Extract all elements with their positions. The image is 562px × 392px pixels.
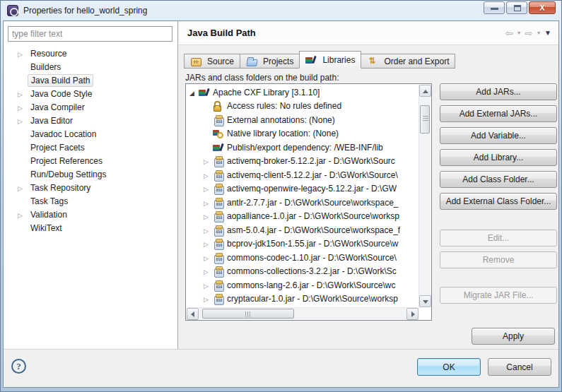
ok-button[interactable]: OK xyxy=(417,358,481,376)
expand-arrow-icon[interactable] xyxy=(204,294,213,304)
tab-label: Libraries xyxy=(322,55,355,65)
filter-input[interactable] xyxy=(8,26,172,42)
scroll-right-button[interactable] xyxy=(406,308,418,320)
expand-arrow-icon[interactable] xyxy=(18,89,28,99)
view-menu-icon[interactable]: ▼ xyxy=(544,29,551,37)
action-button[interactable]: Add External JARs... xyxy=(440,105,557,122)
list-item-icon xyxy=(213,155,224,167)
list-item[interactable]: activemq-client-5.12.2.jar - D:\GWork\So… xyxy=(187,168,418,182)
tab[interactable]: Libraries xyxy=(299,51,361,69)
horizontal-scrollbar[interactable] xyxy=(187,307,418,319)
action-button[interactable]: Add JARs... xyxy=(440,83,557,100)
expand-arrow-icon[interactable] xyxy=(18,210,28,220)
action-button[interactable]: Add Library... xyxy=(440,149,557,166)
expand-arrow-icon[interactable] xyxy=(204,211,213,221)
list-item[interactable]: commons-lang-2.6.jar - D:\GWork\Source\w… xyxy=(187,278,418,292)
sidebar-item-label: Javadoc Location xyxy=(28,129,99,140)
action-button[interactable]: Add Class Folder... xyxy=(440,171,557,188)
list-item[interactable]: aopalliance-1.0.jar - D:\GWork\Source\wo… xyxy=(187,210,418,224)
horizontal-scroll-thumb[interactable] xyxy=(202,309,294,319)
titlebar: Properties for hello_world_spring X xyxy=(3,1,559,20)
back-icon[interactable]: ⇦ xyxy=(505,28,514,39)
sidebar-item[interactable]: Project Facets xyxy=(4,141,177,154)
sidebar-item[interactable]: Java Build Path xyxy=(4,73,177,87)
action-button[interactable]: Add Variable... xyxy=(440,127,557,144)
sidebar-item-label: Java Editor xyxy=(28,115,76,126)
list-item[interactable]: Native library location: (None) xyxy=(187,127,418,141)
list-item-label: commons-lang-2.6.jar - D:\GWork\Source\w… xyxy=(227,280,396,290)
expand-arrow-icon[interactable] xyxy=(204,184,213,194)
expand-arrow-icon[interactable] xyxy=(204,170,213,180)
tab[interactable]: Order and Export xyxy=(361,54,455,69)
back-dropdown-icon[interactable]: ▾ xyxy=(517,30,520,36)
list-item[interactable]: commons-codec-1.10.jar - D:\GWork\Source… xyxy=(187,251,418,265)
list-item-icon xyxy=(199,87,210,98)
vertical-scroll-thumb[interactable] xyxy=(420,105,430,133)
sidebar-item[interactable]: Resource xyxy=(4,47,177,60)
sidebar-item[interactable]: Java Editor xyxy=(4,114,177,127)
forward-dropdown-icon[interactable]: ▾ xyxy=(537,30,540,36)
list-item-label: activemq-openwire-legacy-5.12.2.jar - D:… xyxy=(227,184,397,194)
sidebar-item[interactable]: Validation xyxy=(4,208,177,221)
list-item[interactable]: cryptacular-1.0.jar - D:\GWork\Source\wo… xyxy=(187,292,418,307)
action-button[interactable]: Add External Class Folder... xyxy=(440,193,557,210)
expand-arrow-icon[interactable] xyxy=(18,183,28,193)
list-item[interactable]: bcprov-jdk15on-1.55.jar - D:\GWork\Sourc… xyxy=(187,237,418,251)
cancel-button[interactable]: Cancel xyxy=(488,358,551,376)
sidebar-item[interactable]: WikiText xyxy=(4,221,177,234)
expand-arrow-icon[interactable] xyxy=(204,253,213,263)
sidebar-tree: Resource Builders Java Build Path xyxy=(4,47,177,234)
list-item[interactable]: activemq-broker-5.12.2.jar - D:\GWork\So… xyxy=(187,155,418,169)
list-item[interactable]: External annotations: (None) xyxy=(187,113,418,127)
sidebar-item[interactable]: Javadoc Location xyxy=(4,127,177,141)
expand-arrow-icon[interactable] xyxy=(18,49,28,59)
list-item-icon xyxy=(213,183,224,194)
sidebar-item[interactable]: Java Compiler xyxy=(4,100,177,114)
expand-arrow-icon[interactable] xyxy=(204,266,213,276)
list-item[interactable]: Apache CXF Library [3.1.10] xyxy=(187,85,418,100)
expand-arrow-icon[interactable] xyxy=(204,156,213,166)
list-item[interactable]: Publish/export dependency: /WEB-INF/lib xyxy=(187,141,418,155)
sidebar-item[interactable]: Java Code Style xyxy=(4,87,177,100)
sidebar-item[interactable]: Task Tags xyxy=(4,194,177,208)
expand-arrow-icon[interactable] xyxy=(204,225,213,235)
sidebar-item-label: Run/Debug Settings xyxy=(28,169,109,180)
list-item-icon xyxy=(213,225,224,236)
sidebar-item-label: Java Build Path xyxy=(28,74,93,87)
list-item[interactable]: Access rules: No rules defined xyxy=(187,100,418,114)
sidebar-item[interactable]: Run/Debug Settings xyxy=(4,167,177,181)
window-title: Properties for hello_world_spring xyxy=(23,6,147,16)
action-button[interactable]: Migrate JAR File... xyxy=(440,287,557,304)
list-item[interactable]: activemq-openwire-legacy-5.12.2.jar - D:… xyxy=(187,182,418,196)
expand-arrow-icon[interactable] xyxy=(204,280,213,290)
scroll-left-button[interactable] xyxy=(187,308,199,320)
scroll-up-button[interactable] xyxy=(419,85,431,97)
expand-arrow-icon[interactable] xyxy=(204,198,213,208)
list-item-icon xyxy=(213,128,224,139)
tab[interactable]: Source xyxy=(184,54,240,69)
scroll-down-button[interactable] xyxy=(419,295,431,307)
list-item[interactable]: asm-5.0.4.jar - D:\GWork\Source\workspac… xyxy=(187,223,418,237)
expand-arrow-icon[interactable] xyxy=(189,88,199,97)
list-item[interactable]: commons-collections-3.2.2.jar - D:\GWork… xyxy=(187,265,418,279)
vertical-scrollbar[interactable] xyxy=(418,85,431,307)
sidebar: Resource Builders Java Build Path xyxy=(4,21,178,349)
help-button[interactable]: ? xyxy=(11,359,26,374)
expand-arrow-icon[interactable] xyxy=(204,239,213,249)
action-button[interactable]: Edit... xyxy=(440,230,557,247)
close-button[interactable]: X xyxy=(529,1,556,14)
tab[interactable]: Projects xyxy=(240,54,300,69)
list-item-label: asm-5.0.4.jar - D:\GWork\Source\workspac… xyxy=(227,225,400,235)
sidebar-item[interactable]: Project References xyxy=(4,154,177,167)
expand-arrow-icon[interactable] xyxy=(18,102,28,112)
apply-button[interactable]: Apply xyxy=(472,328,555,345)
minimize-button[interactable] xyxy=(484,1,505,14)
maximize-button[interactable] xyxy=(506,1,527,14)
sidebar-item[interactable]: Builders xyxy=(4,60,177,73)
forward-icon[interactable]: ⇨ xyxy=(525,28,533,39)
action-button[interactable]: Remove xyxy=(440,251,557,268)
sidebar-item-label: Project Facets xyxy=(28,142,88,153)
list-item[interactable]: antlr-2.7.7.jar - D:\GWork\Source\worksp… xyxy=(187,196,418,210)
sidebar-item[interactable]: Task Repository xyxy=(4,181,177,194)
expand-arrow-icon[interactable] xyxy=(18,116,28,126)
